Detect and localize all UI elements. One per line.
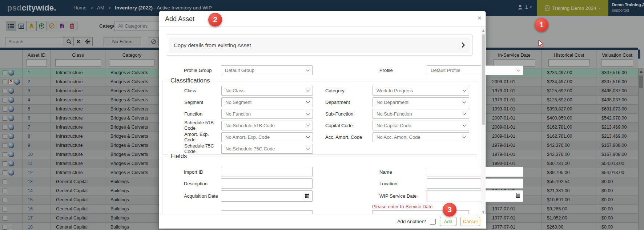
classification-select[interactable]: No Schedule 51B Code — [221, 121, 313, 130]
classification-label: Acc. Amort. Code — [325, 134, 373, 140]
chevron-down-icon — [306, 146, 310, 150]
chevron-down-icon — [306, 68, 310, 71]
import-id-row: Import ID Name — [184, 166, 523, 177]
classification-label: Class — [184, 88, 221, 93]
classification-select[interactable]: No Segment — [221, 97, 313, 107]
classification-row: Amort. Exp. Code No Amort. Exp. Code — [184, 131, 319, 143]
modal-footer: Add Another? Add Cancel — [159, 214, 486, 229]
acquisition-date-label: Acquisition Date — [184, 193, 221, 199]
classification-select[interactable]: No Sub-Function — [373, 109, 469, 119]
classification-label: Sub-Function — [325, 111, 373, 117]
dates-row: Acquisition Date WIP Service Date — [184, 190, 523, 202]
classification-row: Function No Function — [184, 108, 319, 120]
close-icon[interactable]: × — [478, 15, 481, 21]
wip-service-date-input[interactable] — [427, 190, 523, 202]
profile-group-select[interactable]: Default Group — [221, 65, 313, 75]
description-label: Description — [184, 181, 221, 186]
classification-label: Amort. Exp. Code — [184, 132, 221, 142]
cancel-button[interactable]: Cancel — [460, 217, 480, 226]
chevron-down-icon — [463, 123, 466, 126]
step-1-badge: 1 — [535, 18, 548, 32]
classifications-right-column: Category Work In Progress Department No … — [325, 85, 471, 143]
acquisition-date-input[interactable] — [221, 190, 313, 202]
chevron-down-icon — [517, 68, 520, 71]
step-3-badge: 3 — [443, 203, 456, 217]
step-2-badge: 2 — [208, 13, 222, 27]
calendar-icon[interactable] — [305, 193, 310, 198]
cutoff-input — [221, 210, 313, 214]
classification-label: Segment — [184, 100, 221, 105]
chevron-down-icon — [306, 123, 310, 126]
classification-row: Segment No Segment — [184, 96, 319, 108]
classification-select[interactable]: No Schedule 75C Code — [221, 144, 313, 154]
chevron-down-icon — [463, 100, 466, 103]
copy-panel-label: Copy details from existing Asset — [174, 42, 251, 48]
chevron-down-icon — [463, 134, 466, 138]
classification-select[interactable]: No Amort. Exp. Code — [221, 132, 313, 142]
classification-label: Function — [184, 111, 221, 117]
classification-label: Capital Code — [325, 123, 373, 128]
scroll-up-arrow[interactable] — [482, 29, 484, 32]
classification-select[interactable]: No Department — [373, 97, 469, 107]
classification-row: Schedule 51B Code No Schedule 51B Code — [184, 120, 319, 131]
modal-title: Add Asset — [165, 15, 194, 23]
modal-scrollbar[interactable] — [481, 28, 486, 215]
app-screen: psdcitywide. Home > AM > Inventory (2022… — [0, 0, 644, 230]
add-asset-modal: Add Asset × Copy details from existing A… — [159, 11, 486, 228]
add-button[interactable]: Add — [440, 217, 456, 226]
name-input[interactable] — [427, 167, 523, 177]
copy-from-existing-panel[interactable]: Copy details from existing Asset — [166, 35, 473, 56]
add-another-label: Add Another? — [397, 219, 426, 224]
profile-group-label: Profile Group — [184, 68, 221, 73]
classification-row: Class No Class — [184, 85, 319, 96]
classification-select[interactable]: No Class — [221, 86, 313, 96]
scrollbar-thumb[interactable] — [482, 34, 485, 125]
mouse-cursor — [538, 40, 545, 48]
classification-row: Category Work In Progress — [325, 85, 471, 96]
add-another-checkbox[interactable] — [430, 219, 436, 225]
classification-row: Sub-Function No Sub-Function — [325, 108, 471, 120]
chevron-down-icon — [306, 88, 310, 92]
profile-select[interactable]: Default Profile — [427, 65, 523, 75]
calendar-icon[interactable] — [515, 193, 520, 198]
classifications-left-column: Class No Class Segment No Segment Functi… — [184, 85, 319, 154]
classification-label: Schedule 51B Code — [184, 120, 221, 131]
classification-select[interactable]: No Function — [221, 109, 313, 119]
location-label: Location — [379, 181, 427, 186]
name-label: Name — [379, 169, 427, 175]
chevron-down-icon — [306, 111, 310, 115]
description-row: Description Location — [184, 178, 523, 189]
scroll-down-arrow[interactable] — [482, 211, 484, 214]
classification-select[interactable]: No Capital Code — [373, 121, 469, 130]
import-id-label: Import ID — [184, 169, 221, 175]
classifications-legend: Classifications — [168, 77, 213, 84]
classifications-section: Classifications Class No Class Segment N… — [162, 81, 477, 155]
description-input[interactable] — [221, 178, 313, 189]
wip-service-date-label: WIP Service Date — [379, 193, 427, 199]
location-input[interactable] — [427, 178, 523, 189]
classification-row: Schedule 75C Code No Schedule 75C Code — [184, 143, 319, 154]
classification-select[interactable]: Work In Progress — [373, 86, 469, 96]
classification-label: Category — [325, 88, 373, 93]
chevron-down-icon — [463, 111, 466, 115]
classification-label: Department — [325, 100, 373, 105]
classification-row: Acc. Amort. Code No Acc. Amort. Code — [325, 131, 471, 143]
classification-select[interactable]: No Acc. Amort. Code — [373, 132, 469, 142]
chevron-right-icon — [461, 42, 465, 48]
classification-row: Capital Code No Capital Code — [325, 120, 471, 131]
fields-legend: Fields — [168, 153, 190, 160]
profile-row: Profile Group Default Group Profile Defa… — [159, 65, 479, 76]
chevron-down-icon — [306, 134, 310, 138]
profile-label: Profile — [379, 68, 427, 73]
classification-row: Department No Department — [325, 96, 471, 108]
chevron-down-icon — [306, 100, 310, 103]
chevron-down-icon — [463, 88, 466, 92]
validation-error-message: Please enter In-Service Date — [372, 204, 432, 209]
import-id-input[interactable] — [221, 167, 313, 177]
